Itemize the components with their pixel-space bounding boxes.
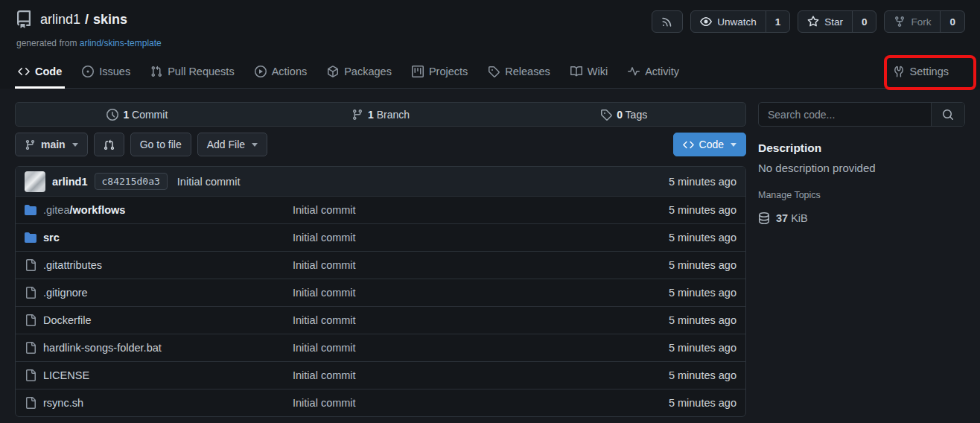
repo-content: 1 Commit 1 Branch 0 Tags main Go to file <box>0 89 980 417</box>
play-icon <box>255 66 267 77</box>
tab-pull-requests[interactable]: Pull Requests <box>147 56 237 89</box>
file-name-link[interactable]: LICENSE <box>43 369 89 381</box>
watchers-count[interactable]: 1 <box>766 11 790 32</box>
chevron-down-icon <box>252 143 258 147</box>
code-download-button[interactable]: Code <box>673 133 746 156</box>
file-path-prefix: .gitea <box>43 204 69 216</box>
star-button-group: Star 0 <box>798 10 876 33</box>
file-commit-message-link[interactable]: Initial commit <box>293 204 602 216</box>
search-icon <box>942 109 954 121</box>
pulse-icon <box>628 66 640 77</box>
code-toolbar: main Go to file Add File Code <box>15 133 746 156</box>
go-to-file-button[interactable]: Go to file <box>130 133 191 156</box>
tools-icon <box>893 66 905 77</box>
tab-releases[interactable]: Releases <box>485 56 553 89</box>
search-button[interactable] <box>931 103 964 126</box>
file-icon <box>25 369 36 381</box>
star-icon <box>807 16 819 28</box>
commit-author-link[interactable]: arlind1 <box>52 176 88 188</box>
tags-stat[interactable]: 0 Tags <box>502 103 745 126</box>
add-file-label: Add File <box>207 139 245 150</box>
file-name-link[interactable]: hardlink-songs-folder.bat <box>43 342 162 354</box>
unwatch-button[interactable]: Unwatch <box>691 11 766 32</box>
file-commit-message-link[interactable]: Initial commit <box>293 314 602 326</box>
latest-commit-row: arlind1 c84215d0a3 Initial commit 5 minu… <box>16 167 745 196</box>
repo-icon <box>15 10 33 28</box>
tab-issues[interactable]: Issues <box>79 56 133 89</box>
branch-selector[interactable]: main <box>15 133 88 156</box>
table-row[interactable]: .gitea/workflows Initial commit 5 minute… <box>16 196 745 223</box>
stars-count[interactable]: 0 <box>852 11 876 32</box>
commit-message-link[interactable]: Initial commit <box>177 176 241 188</box>
table-row[interactable]: .gitattributes Initial commit 5 minutes … <box>16 251 745 279</box>
commits-stat[interactable]: 1 Commit <box>16 103 259 126</box>
eye-icon <box>700 16 712 28</box>
file-commit-time: 5 minutes ago <box>602 397 736 409</box>
manage-topics-link[interactable]: Manage Topics <box>758 190 821 200</box>
file-name-link[interactable]: rsync.sh <box>43 397 83 409</box>
file-commit-time: 5 minutes ago <box>602 204 736 216</box>
file-commit-message-link[interactable]: Initial commit <box>293 397 602 409</box>
file-name-link[interactable]: .gitignore <box>43 287 88 299</box>
table-row[interactable]: .gitignore Initial commit 5 minutes ago <box>16 279 745 306</box>
tab-label: Wiki <box>588 66 608 77</box>
history-icon <box>106 109 118 121</box>
tab-code[interactable]: Code <box>15 56 65 89</box>
tab-label: Projects <box>429 66 468 77</box>
table-row[interactable]: LICENSE Initial commit 5 minutes ago <box>16 361 745 389</box>
file-commit-time: 5 minutes ago <box>602 314 736 326</box>
file-name-link[interactable]: Dockerfile <box>43 314 91 326</box>
commit-time: 5 minutes ago <box>669 176 736 188</box>
tags-count: 0 <box>617 109 623 121</box>
tab-actions[interactable]: Actions <box>252 56 311 89</box>
code-search <box>758 102 965 127</box>
table-row[interactable]: rsync.sh Initial commit 5 minutes ago <box>16 389 745 416</box>
file-name-link[interactable]: src <box>43 232 60 244</box>
tab-projects[interactable]: Projects <box>409 56 471 89</box>
repo-path-separator: / <box>84 12 89 27</box>
tab-packages[interactable]: Packages <box>324 56 395 89</box>
add-file-button[interactable]: Add File <box>197 133 267 156</box>
tab-activity[interactable]: Activity <box>625 56 682 89</box>
table-row[interactable]: hardlink-songs-folder.bat Initial commit… <box>16 334 745 361</box>
tab-label: Actions <box>272 66 308 77</box>
project-icon <box>412 66 424 77</box>
file-name-link[interactable]: .gitattributes <box>43 259 102 271</box>
branch-icon <box>25 139 36 150</box>
folder-icon <box>25 204 36 216</box>
file-commit-message-link[interactable]: Initial commit <box>293 342 602 354</box>
template-repo-link[interactable]: arlind/skins-template <box>80 38 162 48</box>
star-button[interactable]: Star <box>798 11 852 32</box>
tab-settings[interactable]: Settings <box>881 56 965 89</box>
rss-button[interactable] <box>652 10 683 33</box>
folder-icon <box>25 232 36 244</box>
file-icon <box>25 342 36 354</box>
repo-owner-link[interactable]: arlind1 <box>40 12 80 27</box>
commit-hash-badge[interactable]: c84215d0a3 <box>95 173 168 190</box>
table-row[interactable]: Dockerfile Initial commit 5 minutes ago <box>16 306 745 334</box>
avatar[interactable] <box>25 171 45 192</box>
branches-count: 1 <box>368 109 374 121</box>
file-commit-message-link[interactable]: Initial commit <box>293 287 602 299</box>
file-icon <box>25 314 36 326</box>
search-code-input[interactable] <box>759 103 931 126</box>
file-commit-message-link[interactable]: Initial commit <box>293 259 602 271</box>
compare-button[interactable] <box>94 133 124 156</box>
tab-wiki[interactable]: Wiki <box>567 56 611 89</box>
unwatch-label: Unwatch <box>717 16 757 28</box>
description-heading: Description <box>758 141 965 155</box>
file-commit-message-link[interactable]: Initial commit <box>293 232 602 244</box>
branches-label: Branch <box>377 109 410 121</box>
tab-label: Pull Requests <box>168 66 234 77</box>
file-commit-message-link[interactable]: Initial commit <box>293 369 602 381</box>
git-compare-icon <box>104 139 115 150</box>
code-icon <box>683 139 694 150</box>
file-icon <box>25 259 36 271</box>
branches-stat[interactable]: 1 Branch <box>259 103 503 126</box>
repo-name-link[interactable]: skins <box>93 12 127 27</box>
forks-count[interactable]: 0 <box>940 11 964 32</box>
repo-nav-tabs: Code Issues Pull Requests Actions Packag… <box>15 56 965 89</box>
fork-button[interactable]: Fork <box>885 11 940 32</box>
file-name-link[interactable]: /workflows <box>69 204 125 216</box>
table-row[interactable]: src Initial commit 5 minutes ago <box>16 223 745 251</box>
